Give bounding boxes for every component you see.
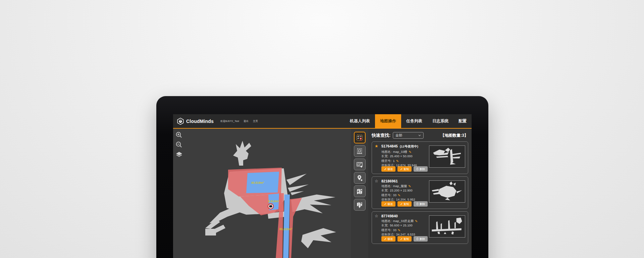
laptop-frame: CloudMinds 欢迎BJDT2_Test 退出 主页 机器人列表 地图操作… (156, 96, 488, 258)
map-blob (205, 229, 216, 235)
edit-pencil-icon[interactable]: ✎ (409, 150, 411, 154)
home-link[interactable]: 主页 (253, 120, 258, 123)
field-label: 长宽: (381, 223, 388, 228)
floor-value: 1 (393, 159, 394, 163)
add-virtual-wall-icon (356, 161, 363, 168)
layers-icon[interactable] (175, 151, 183, 158)
filter-dropdown[interactable]: 全部 (393, 132, 424, 139)
nav-tabs: 机器人列表 地图操作 任务列表 日志系统 配置 (345, 114, 472, 128)
modify-button[interactable]: 修改 (381, 201, 395, 207)
trash-icon (416, 238, 419, 240)
erase-map-tool-button[interactable] (354, 185, 366, 197)
zoom-out-icon[interactable] (175, 141, 183, 148)
brand-name: CloudMinds (186, 119, 214, 124)
map-points-icon (356, 134, 363, 141)
field-label: 地图名: (381, 184, 391, 188)
map-card[interactable]: ★ 51764845 (12号使用中) 地图名:map_33楼✎ 长宽:25.4… (372, 141, 468, 174)
logout-link[interactable]: 退出 (244, 120, 249, 123)
main-content: 40.519m² 8.614m² 80.215m² (173, 129, 472, 258)
tab-log-system[interactable]: 日志系统 (427, 114, 453, 128)
add-point-tool-button[interactable] (354, 172, 366, 184)
map-name-value: map_33层走廊 (393, 219, 414, 223)
pencil-icon (384, 203, 386, 205)
pencil-icon (400, 168, 402, 170)
tab-task-list[interactable]: 任务列表 (401, 114, 427, 128)
top-navbar: CloudMinds 欢迎BJDT2_Test 退出 主页 机器人列表 地图操作… (173, 114, 472, 129)
trash-icon (416, 203, 419, 205)
map-thumbnail[interactable] (429, 145, 465, 168)
restricted-zone (276, 211, 283, 258)
trash-icon (416, 168, 419, 170)
map-id: 51764845 (381, 144, 398, 148)
map-zoom-controls (175, 131, 183, 158)
delete-button[interactable]: 删除 (414, 166, 428, 172)
measure-area-icon (356, 147, 363, 155)
tab-robot-list[interactable]: 机器人列表 (345, 114, 375, 128)
card-buttons: 修改 复制 删除 (381, 236, 428, 242)
field-label: 长宽: (381, 154, 388, 159)
upload-map-tool-button[interactable] (354, 199, 366, 211)
map-list-panel: 快速查找: 全部 【地图数量:3】 ★ 51764845 (368, 129, 472, 258)
cloudminds-logo-icon (177, 118, 184, 125)
field-label: 楼层号: (381, 159, 391, 163)
tab-config[interactable]: 配置 (453, 114, 472, 128)
upload-map-icon (356, 201, 363, 209)
edit-pencil-icon[interactable]: ✎ (408, 185, 411, 188)
map-size-value: 25.400 × 50.000 (390, 154, 412, 159)
edit-pencil-icon[interactable]: ✎ (396, 160, 399, 163)
edit-pencil-icon[interactable]: ✎ (398, 229, 400, 232)
star-filled-icon[interactable]: ★ (375, 144, 379, 148)
map-card[interactable]: ☆ 87749840 地图名:map_33层走廊✎ 长宽:56.600 × 25… (372, 211, 468, 244)
pencil-icon (384, 168, 386, 170)
modify-button[interactable]: 修改 (381, 236, 395, 242)
map-canvas[interactable]: 40.519m² 8.614m² 80.215m² (173, 129, 351, 258)
brand: CloudMinds (173, 114, 214, 128)
map-card-list: ★ 51764845 (12号使用中) 地图名:map_33楼✎ 长宽:25.4… (372, 141, 468, 244)
quick-search-label: 快速查找: (372, 132, 390, 138)
floor-value: 33 (393, 193, 396, 198)
star-outline-icon[interactable]: ☆ (375, 179, 379, 183)
app-window: CloudMinds 欢迎BJDT2_Test 退出 主页 机器人列表 地图操作… (173, 114, 472, 258)
map-thumbnail[interactable] (429, 180, 465, 203)
area-label: 80.215m² (279, 227, 292, 231)
field-label: 地图名: (381, 219, 391, 223)
card-buttons: 修改 复制 删除 (381, 166, 428, 172)
delete-button[interactable]: 删除 (414, 201, 428, 207)
modify-button[interactable]: 修改 (381, 166, 395, 172)
field-label: 楼层号: (381, 193, 391, 198)
map-name-value: map_33楼 (393, 150, 407, 154)
map-blob (288, 184, 309, 192)
occupancy-map: 40.519m² 8.614m² 80.215m² (173, 129, 351, 258)
corridor-region[interactable] (283, 195, 290, 258)
map-blob (233, 141, 251, 166)
map-in-use-badge: (12号使用中) (400, 144, 418, 149)
edit-pencil-icon[interactable]: ✎ (415, 220, 418, 223)
add-virtual-wall-tool-button[interactable] (354, 159, 366, 170)
copy-button[interactable]: 复制 (397, 201, 412, 207)
session-links: 欢迎BJDT2_Test 退出 主页 (220, 114, 258, 128)
map-card[interactable]: ☆ 82186961 地图名:map_腿腿✎ 长宽:23.200 × 22.90… (372, 176, 468, 209)
filter-value: 全部 (395, 133, 402, 138)
area-label: 40.519m² (251, 181, 264, 184)
zoom-in-icon[interactable] (175, 131, 183, 139)
map-tools-toolbar (351, 129, 368, 258)
delete-button[interactable]: 删除 (414, 236, 428, 242)
measure-area-tool-button[interactable] (354, 145, 366, 157)
copy-button[interactable]: 复制 (397, 166, 412, 172)
add-point-icon (356, 174, 363, 182)
field-label: 长宽: (381, 188, 388, 193)
copy-button[interactable]: 复制 (397, 236, 412, 242)
map-size-value: 23.200 × 22.900 (390, 188, 412, 193)
tab-map-operation[interactable]: 地图操作 (375, 114, 401, 128)
map-points-tool-button[interactable] (354, 132, 366, 143)
welcome-text: 欢迎BJDT2_Test (220, 120, 239, 123)
map-thumbnail[interactable] (429, 215, 465, 238)
pencil-icon (384, 238, 386, 240)
webcam-dot (322, 105, 323, 106)
star-outline-icon[interactable]: ☆ (375, 214, 379, 218)
edit-pencil-icon[interactable]: ✎ (398, 194, 400, 197)
map-id: 87749840 (381, 214, 398, 218)
robot-marker[interactable] (268, 204, 273, 209)
area-label: 8.614m² (268, 200, 279, 203)
card-buttons: 修改 复制 删除 (381, 201, 428, 207)
